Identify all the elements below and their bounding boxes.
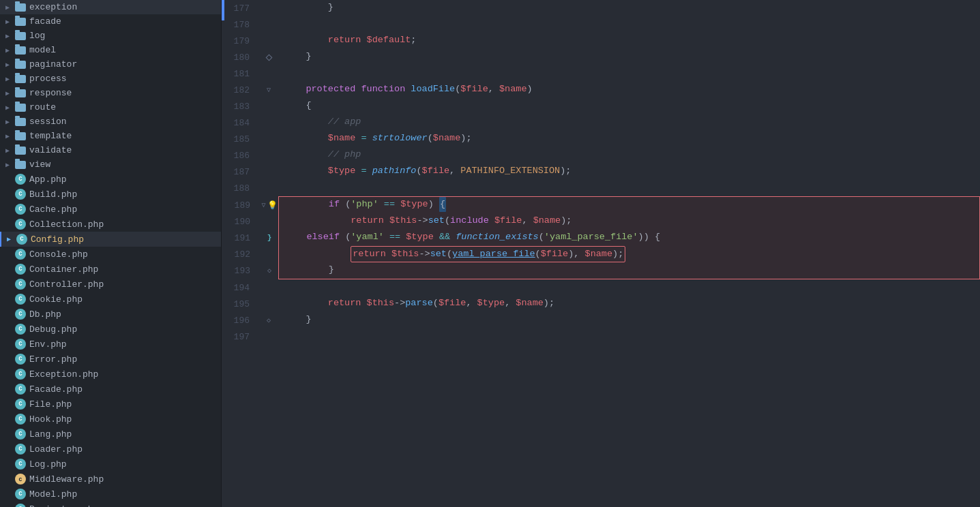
sidebar-item-facade[interactable]: ▶ facade xyxy=(0,14,221,29)
sidebar-item-config-php[interactable]: ▶ C Config.php xyxy=(0,232,221,247)
fold-diamond-icon: ◇ xyxy=(267,316,271,324)
spacer xyxy=(5,356,15,363)
line-number: 187 xyxy=(222,164,259,180)
sidebar-item-hook-php[interactable]: C Hook.php xyxy=(0,412,221,427)
sidebar-item-loader-php[interactable]: C Loader.php xyxy=(0,442,221,457)
code-line-179: 179 return $default; xyxy=(222,33,980,49)
spacer xyxy=(5,206,15,213)
spacer xyxy=(5,386,15,393)
code-line-194: 194 xyxy=(222,279,980,296)
sidebar-item-middleware-php[interactable]: C Middleware.php xyxy=(0,472,221,487)
sidebar-item-label: route xyxy=(29,102,56,112)
line-code: } xyxy=(279,262,979,279)
sidebar-item-label: Env.php xyxy=(29,339,67,350)
sidebar-item-exception-php[interactable]: C Exception.php xyxy=(0,367,221,382)
line-number: 181 xyxy=(222,65,259,82)
sidebar-item-error-php[interactable]: C Error.php xyxy=(0,352,221,367)
sidebar-item-file-php[interactable]: C File.php xyxy=(0,397,221,412)
file-class-icon: C xyxy=(15,459,26,470)
line-code: // app xyxy=(278,114,980,131)
code-line-186: 186 // php xyxy=(222,147,980,164)
folder-arrow-icon: ▶ xyxy=(5,161,15,169)
spacer xyxy=(5,296,15,303)
sidebar-item-cookie-php[interactable]: C Cookie.php xyxy=(0,292,221,307)
file-class-icon: C xyxy=(15,249,26,260)
sidebar-item-collection-php[interactable]: C Collection.php xyxy=(0,217,221,232)
file-class-icon: C xyxy=(15,294,26,305)
sidebar-item-build-php[interactable]: C Build.php xyxy=(0,187,221,202)
line-number: 192 xyxy=(222,246,260,262)
sidebar-item-debug-php[interactable]: C Debug.php xyxy=(0,322,221,337)
sidebar-item-label: Cache.php xyxy=(29,204,77,215)
fold-arrow-icon: ▽ xyxy=(261,201,265,209)
file-class-icon: C xyxy=(15,324,26,335)
code-line-189: 189 ▽ 💡 if ('php' == $type) { xyxy=(278,196,980,213)
code-content: 177 } 178 179 return $default; 180 } xyxy=(222,0,980,507)
sidebar-item-template[interactable]: ▶ template xyxy=(0,129,221,143)
code-line-180: 180 } xyxy=(222,49,980,65)
gutter-196: ◇ xyxy=(259,312,278,328)
gutter-192 xyxy=(260,246,279,262)
sidebar-item-log[interactable]: ▶ log xyxy=(0,29,221,43)
sidebar-item-label: view xyxy=(29,159,50,170)
sidebar-item-exception[interactable]: ▶ exception xyxy=(0,0,221,14)
file-class-icon: C xyxy=(15,489,26,500)
line-number: 193 xyxy=(222,262,260,279)
sidebar-item-response[interactable]: ▶ response xyxy=(0,86,221,100)
sidebar-item-label: Collection.php xyxy=(29,219,104,230)
sidebar-item-label: Config.php xyxy=(31,234,84,245)
code-line-197: 197 xyxy=(222,328,980,345)
gutter-197 xyxy=(259,328,278,345)
sidebar-item-process[interactable]: ▶ process xyxy=(0,72,221,86)
sidebar-item-label: Container.php xyxy=(29,264,98,275)
file-class-icon: C xyxy=(15,444,26,455)
code-line-192: 192 return $this->set(yaml_parse_file($f… xyxy=(278,246,980,262)
folder-icon xyxy=(15,46,26,55)
sidebar-item-console-php[interactable]: C Console.php xyxy=(0,247,221,262)
lightbulb-icon[interactable]: 💡 xyxy=(267,200,278,211)
line-number: 177 xyxy=(222,0,259,16)
code-line-193: 193 ◇ } xyxy=(278,262,980,279)
sidebar-item-label: Model.php xyxy=(29,489,77,500)
line-number: 195 xyxy=(222,296,259,312)
sidebar-item-logfile-php[interactable]: C Log.php xyxy=(0,457,221,472)
spacer xyxy=(5,221,15,228)
sidebar-item-env-php[interactable]: C Env.php xyxy=(0,337,221,352)
line-number: 182 xyxy=(222,82,259,98)
sidebar-item-facade-php[interactable]: C Facade.php xyxy=(0,382,221,397)
fold-diamond-icon: ◇ xyxy=(267,266,271,275)
sidebar-item-validate[interactable]: ▶ validate xyxy=(0,143,221,157)
file-php-icon: C xyxy=(15,474,26,485)
sidebar-item-label: model xyxy=(29,45,56,55)
sidebar-item-label: Middleware.php xyxy=(29,474,104,485)
folder-arrow-icon: ▶ xyxy=(7,235,16,243)
file-class-icon: C xyxy=(15,264,26,275)
line-code: } xyxy=(278,312,980,328)
sidebar-item-container-php[interactable]: C Container.php xyxy=(0,262,221,277)
line-code: $type = pathinfo($file, PATHINFO_EXTENSI… xyxy=(278,164,980,180)
spacer xyxy=(5,401,15,408)
sidebar-item-controller-php[interactable]: C Controller.php xyxy=(0,277,221,292)
sidebar-item-app-php[interactable]: C App.php xyxy=(0,172,221,187)
sidebar-item-db-php[interactable]: C Db.php xyxy=(0,307,221,322)
spacer xyxy=(5,176,15,183)
sidebar-item-view[interactable]: ▶ view xyxy=(0,157,221,172)
folder-icon xyxy=(15,132,26,140)
sidebar-item-session[interactable]: ▶ session xyxy=(0,114,221,129)
line-number: 188 xyxy=(222,180,259,196)
sidebar-item-label: Loader.php xyxy=(29,444,83,455)
folder-arrow-icon: ▶ xyxy=(5,89,15,97)
line-number: 194 xyxy=(222,279,259,296)
gutter-182: ▽ xyxy=(259,82,278,98)
sidebar-item-model[interactable]: ▶ model xyxy=(0,43,221,57)
sidebar-item-label: Console.php xyxy=(29,249,88,260)
sidebar-item-route[interactable]: ▶ route xyxy=(0,100,221,114)
sidebar-item-model-php[interactable]: C Model.php xyxy=(0,487,221,502)
sidebar-item-paginator-php[interactable]: C Paginator.php xyxy=(0,502,221,507)
file-class-icon: C xyxy=(15,339,26,350)
sidebar-item-cache-php[interactable]: C Cache.php xyxy=(0,202,221,217)
sidebar-item-paginator[interactable]: ▶ paginator xyxy=(0,57,221,72)
sidebar-item-lang-php[interactable]: C Lang.php xyxy=(0,427,221,442)
file-class-icon: C xyxy=(15,369,26,380)
line-code xyxy=(278,65,980,82)
